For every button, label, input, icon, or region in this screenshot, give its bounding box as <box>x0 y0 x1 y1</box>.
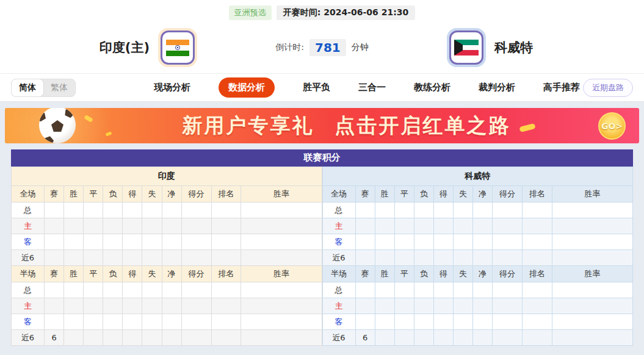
stat-cell <box>123 234 142 250</box>
stat-cell <box>211 298 241 314</box>
stat-cell <box>181 282 211 298</box>
stat-header: 排名 <box>211 186 241 203</box>
stat-cell <box>394 250 414 266</box>
stat-header: 胜 <box>64 266 84 282</box>
stats-header-row: 全场赛胜平负得失净得分排名胜率 <box>322 186 633 203</box>
table-row: 近66 <box>12 330 322 346</box>
stat-cell <box>123 218 142 234</box>
navbar: 简体 繁体 现场分析数据分析胜平负三合一教练分析裁判分析高手推荐 近期盘路 <box>0 73 644 101</box>
stat-cell <box>552 203 632 218</box>
team-stats-table: 科威特全场赛胜平负得失净得分排名胜率总主客近6半场赛胜平负得失净得分排名胜率总主… <box>322 167 634 346</box>
match-header-section: 亚洲预选 开赛时间: 2024-06-06 21:30 印度(主) <box>0 0 644 102</box>
league-badge: 亚洲预选 <box>229 5 272 20</box>
confetti-icon <box>105 131 112 136</box>
table-row: 总 <box>12 203 322 218</box>
stat-cell <box>142 298 162 314</box>
stat-header: 负 <box>414 266 433 282</box>
table-row: 近6 <box>12 250 322 266</box>
stat-header: 赛 <box>45 266 64 282</box>
stat-cell <box>181 234 211 250</box>
stat-cell <box>473 234 493 250</box>
promo-banner[interactable]: 新用户专享礼 点击开启红单之路 GO> <box>5 108 639 143</box>
table-row: 近66 <box>322 330 633 346</box>
recent-trend-button[interactable]: 近期盘路 <box>583 79 633 97</box>
stat-cell <box>414 250 433 266</box>
stat-cell <box>355 203 375 218</box>
stat-cell <box>45 314 64 330</box>
table-row: 总 <box>12 282 322 298</box>
stat-cell <box>45 218 64 234</box>
stat-cell <box>84 234 103 250</box>
stat-header: 排名 <box>211 266 241 282</box>
team-stats-table: 印度全场赛胜平负得失净得分排名胜率总主客近6半场赛胜平负得失净得分排名胜率总主客… <box>11 167 322 346</box>
nav-tab-6[interactable]: 裁判分析 <box>479 82 515 93</box>
stat-cell <box>103 203 123 218</box>
stat-cell <box>355 314 375 330</box>
confetti-icon <box>84 115 93 123</box>
stat-cell <box>162 234 181 250</box>
banner-headline: 新用户专享礼 点击开启红单之路 <box>5 112 639 140</box>
countdown-label: 倒计时: <box>275 42 304 53</box>
stat-header: 赛 <box>355 266 375 282</box>
row-label: 近6 <box>12 250 45 266</box>
stat-header: 得 <box>123 266 142 282</box>
stat-cell <box>453 282 472 298</box>
stat-header: 胜 <box>375 186 394 203</box>
stat-cell <box>142 234 162 250</box>
stat-cell <box>181 298 211 314</box>
stat-cell <box>103 330 123 346</box>
table-row: 客 <box>322 234 633 250</box>
chakra-icon <box>175 45 180 50</box>
stat-cell <box>523 298 552 314</box>
kickoff-time: 开赛时间: 2024-06-06 21:30 <box>277 5 415 20</box>
row-label: 客 <box>322 234 355 250</box>
scope-header: 半场 <box>12 266 45 282</box>
stat-cell <box>355 282 375 298</box>
stat-header: 胜率 <box>241 266 322 282</box>
table-row: 近6 <box>322 250 633 266</box>
stat-cell <box>162 282 181 298</box>
stat-cell <box>45 298 64 314</box>
stat-header: 净 <box>162 186 181 203</box>
stat-cell <box>375 218 394 234</box>
nav-tab-4[interactable]: 三合一 <box>358 82 386 93</box>
stat-cell <box>433 234 453 250</box>
stat-cell <box>123 314 142 330</box>
team-name-row: 科威特 <box>322 167 633 186</box>
stat-cell <box>375 314 394 330</box>
stat-header: 胜 <box>64 186 84 203</box>
nav-tab-1[interactable]: 现场分析 <box>154 82 190 93</box>
stat-cell <box>523 282 552 298</box>
row-label: 主 <box>12 218 45 234</box>
lang-simplified[interactable]: 简体 <box>12 79 43 96</box>
stat-cell <box>64 330 84 346</box>
go-button[interactable]: GO> <box>598 112 626 140</box>
stat-header: 胜率 <box>552 186 632 203</box>
nav-tab-5[interactable]: 教练分析 <box>414 82 450 93</box>
stat-header: 净 <box>473 186 493 203</box>
stat-cell <box>414 314 433 330</box>
table-row: 客 <box>12 314 322 330</box>
stat-header: 赛 <box>355 186 375 203</box>
stat-cell <box>433 330 453 346</box>
stat-cell <box>162 203 181 218</box>
stat-cell <box>241 298 322 314</box>
stat-cell <box>355 234 375 250</box>
team-name-cell: 印度 <box>12 167 322 186</box>
stat-header: 失 <box>453 186 472 203</box>
stat-header: 负 <box>414 186 433 203</box>
stat-cell <box>375 234 394 250</box>
stat-cell <box>493 250 523 266</box>
stat-cell <box>64 282 84 298</box>
stat-cell <box>142 218 162 234</box>
india-flag-icon <box>158 28 197 67</box>
lang-traditional[interactable]: 繁体 <box>43 79 75 96</box>
stat-cell <box>45 282 64 298</box>
nav-tab-3[interactable]: 胜平负 <box>303 82 330 93</box>
stat-cell <box>241 203 322 218</box>
stat-cell <box>414 203 433 218</box>
nav-tab-2[interactable]: 数据分析 <box>219 77 275 98</box>
nav-tab-7[interactable]: 高手推荐 <box>543 82 580 93</box>
stat-cell <box>493 298 523 314</box>
stat-cell <box>181 250 211 266</box>
